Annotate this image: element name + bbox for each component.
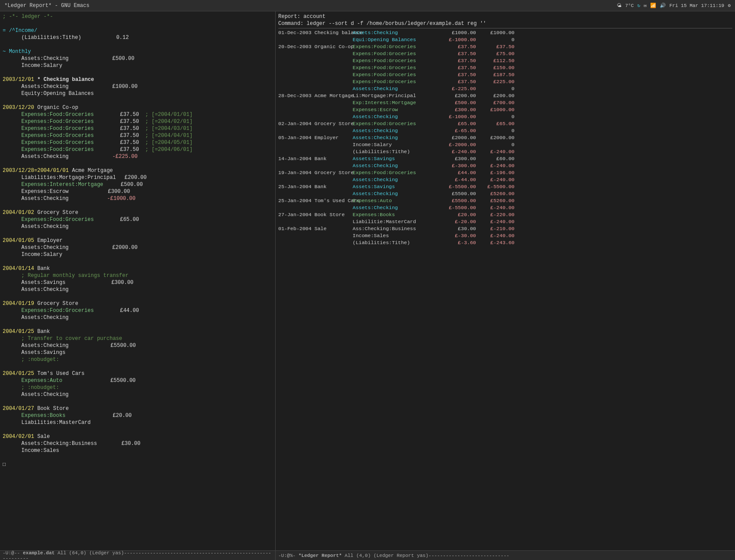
tx-20040114-checking: Assets:Checking [3, 286, 273, 293]
report-row-7: 19-Jan-2004 Grocery Store Expens:Food:Gr… [278, 169, 732, 176]
tx-20040125b-savings: Assets:Savings [3, 349, 273, 356]
statusbar: -U:@-- example.dat All (64,0) (Ledger ya… [0, 550, 735, 560]
blank11 [3, 363, 273, 370]
report-row-7b: Assets:Checking £-44.00 £-240.00 [278, 176, 732, 183]
blank6 [3, 202, 273, 209]
report-row-10: 27-Jan-2004 Book Store Expenses:Books £2… [278, 211, 732, 218]
tx-20040114-savings: Assets:Savings£300.00 [3, 279, 273, 286]
titlebar-title: *Ledger Report* - GNU Emacs [4, 3, 89, 9]
tx-20031220-g3: Expenses:Food:Groceries£37.50 ; [=2004/0… [3, 125, 273, 132]
left-header-comment: ; -*- ledger -*- [3, 13, 273, 20]
tx-20040125c-checking: Assets:Checking [3, 391, 273, 398]
report-command: Command: ledger --sort d -f /home/borbus… [278, 20, 732, 27]
report-row-5b: Income:Salary £-2000.00 0 [278, 141, 732, 148]
report-row-1b: Equi:Opening Balances £-1000.00 0 [278, 36, 732, 43]
tx-20040114-header: 2004/01/14 Bank [3, 265, 273, 272]
tx-20031201-header: 2003/12/01 * Checking balance [3, 76, 273, 83]
statusbar-left: -U:@-- example.dat All (64,0) (Ledger ya… [0, 550, 276, 560]
blank13 [3, 426, 273, 433]
report-row-11c: (Liabilities:Tithe) £-3.60 £-243.60 [278, 239, 732, 246]
report-row-3c: Expenses:Escrow £300.00 £1000.00 [278, 106, 732, 113]
tx-20031228-checking: Assets:Checking-£1000.00 [3, 195, 273, 202]
tx-20031201-checking: Assets:Checking£1000.00 [3, 83, 273, 90]
temperature: 7°C [625, 3, 634, 8]
settings-icon[interactable]: ⚙ [728, 3, 731, 8]
tx-20031220-checking: Assets:Checking-£225.00 [3, 153, 273, 160]
tx-20031220-g5: Expenses:Food:Groceries£37.50 ; [=2004/0… [3, 139, 273, 146]
tx-20031220-g4: Expenses:Food:Groceries£37.50 ; [=2004/0… [3, 132, 273, 139]
blank3 [3, 69, 273, 76]
reload-icon[interactable]: ↻ [637, 3, 640, 8]
tx-20040201-business: Assets:Checking:Business£30.00 [3, 440, 273, 447]
report-row-2d: Expens:Food:Groceries £37.50 £150.00 [278, 64, 732, 71]
monthly-checking: Assets:Checking£500.00 [3, 55, 273, 62]
main-content: ; -*- ledger -*- = /^Income/ (Liabilitie… [0, 11, 735, 550]
report-row-2c: Expens:Food:Groceries £37.50 £112.50 [278, 57, 732, 64]
report-row-9b: Assets:Checking £-5500.00 £-240.00 [278, 204, 732, 211]
tx-20040125c-auto: Expenses:Auto£5500.00 [3, 377, 273, 384]
tx-20031220-g2: Expenses:Food:Groceries£37.50 ; [=2004/0… [3, 118, 273, 125]
blank7 [3, 230, 273, 237]
weather-icon: 🌤 [617, 3, 622, 8]
tx-20040102-checking: Assets:Checking [3, 223, 273, 230]
report-row-2e: Expens:Food:Groceries £37.50 £187.50 [278, 71, 732, 78]
report-row-3b: Exp:Interest:Mortgage £500.00 £700.00 [278, 99, 732, 106]
report-row-4b: Assets:Checking £-65.00 0 [278, 127, 732, 134]
report-row-6b: Assets:Checking £-300.00 £-240.00 [278, 162, 732, 169]
report-row-5: 05-Jan-2004 Employer Assets:Checking £20… [278, 134, 732, 141]
report-row-5c: (Liabilities:Tithe) £-240.00 £-240.00 [278, 148, 732, 155]
left-pane[interactable]: ; -*- ledger -*- = /^Income/ (Liabilitie… [0, 11, 276, 550]
report-row-8: 25-Jan-2004 Bank Assets:Savings £-5500.0… [278, 183, 732, 190]
monthly-rule: ~ Monthly [3, 48, 273, 55]
left-status-text: -U:@-- example.dat All (64,0) (Ledger ya… [3, 550, 271, 560]
tx-20040119-header: 2004/01/19 Grocery Store [3, 300, 273, 307]
blank8 [3, 258, 273, 265]
report-divider [278, 28, 732, 28]
tx-20031228-liab: Liabilities:Mortgage:Principal£200.00 [3, 174, 273, 181]
tx-20040125c-header: 2004/01/25 Tom's Used Cars [3, 370, 273, 377]
report-row-2b: Expens:Food:Groceries £37.50 £75.00 [278, 50, 732, 57]
tx-20040125b-nobudget: ; :nobudget: [3, 356, 273, 363]
report-row-4: 02-Jan-2004 Grocery Store Expens:Food:Gr… [278, 120, 732, 127]
report-row-9: 25-Jan-2004 Tom's Used Cars Expenses:Aut… [278, 197, 732, 204]
tx-20040105-salary: Income:Salary [3, 251, 273, 258]
report-row-3: 28-Dec-2003 Acme Mortgage Li:Mortgage:Pr… [278, 92, 732, 99]
report-row-2: 20-Dec-2003 Organic Co-op Expens:Food:Gr… [278, 43, 732, 50]
report-label: Report: account [278, 13, 732, 20]
blank12 [3, 398, 273, 405]
statusbar-right: -U:@%- *Ledger Report* All (4,0) (Ledger… [276, 553, 512, 558]
email-icon: ✉ [644, 3, 647, 8]
right-pane: Report: account Command: ledger --sort d… [276, 11, 735, 550]
tx-20040127-mastercard: Liabilities:MasterCard [3, 419, 273, 426]
blank4 [3, 97, 273, 104]
report-row-10b: Liabilitie:MasterCard £-20.00 £-240.00 [278, 218, 732, 225]
tx-20031220-g6: Expenses:Food:Groceries£37.50 ; [=2004/0… [3, 146, 273, 153]
right-status-text: -U:@%- *Ledger Report* All (4,0) (Ledger… [278, 553, 509, 558]
volume-icon: 🔊 [660, 3, 666, 8]
tx-20040127-header: 2004/01/27 Book Store [3, 405, 273, 412]
tx-20031220-header: 2003/12/20 Organic Co-op [3, 104, 273, 111]
tx-20031201-equity: Equity:Opening Balances [3, 90, 273, 97]
monthly-salary: Income:Salary [3, 62, 273, 69]
report-row-2f: Expens:Food:Groceries £37.50 £225.00 [278, 78, 732, 85]
titlebar: *Ledger Report* - GNU Emacs 🌤 7°C ↻ ✉ 📶 … [0, 0, 735, 11]
report-row-3d: Assets:Checking £-1000.00 0 [278, 113, 732, 120]
cursor-line: □ [3, 461, 273, 468]
tx-20031220-g1: Expenses:Food:Groceries£37.50 ; [=2004/0… [3, 111, 273, 118]
blank2 [3, 41, 273, 48]
blank9 [3, 293, 273, 300]
datetime: Fri 15 Mar 17:11:19 [669, 3, 724, 8]
income-rule: = /^Income/ [3, 27, 273, 34]
tx-20040102-groceries: Expenses:Food:Groceries£65.00 [3, 216, 273, 223]
report-row-11: 01-Feb-2004 Sale Ass:Checking:Business £… [278, 225, 732, 232]
tx-20040119-checking: Assets:Checking [3, 314, 273, 321]
tx-20040119-groceries: Expenses:Food:Groceries£44.00 [3, 307, 273, 314]
network-icon: 📶 [650, 3, 656, 8]
income-liabilities: (Liabilities:Tithe)0.12 [3, 34, 273, 41]
tx-20040105-header: 2004/01/05 Employer [3, 237, 273, 244]
tx-20040102-header: 2004/01/02 Grocery Store [3, 209, 273, 216]
blank14 [3, 454, 273, 461]
report-row-1: 01-Dec-2003 Checking balance Assets:Chec… [278, 29, 732, 36]
blank10 [3, 321, 273, 328]
left-blank1 [3, 20, 273, 27]
